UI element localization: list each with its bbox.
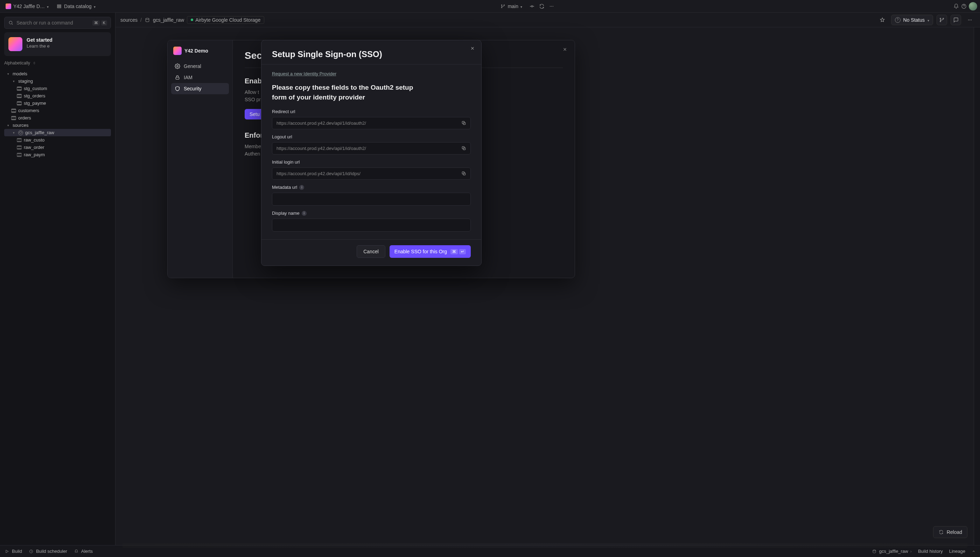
logo-icon [8,37,23,51]
branch-switcher[interactable]: main [497,2,525,10]
tree-item[interactable]: stg_orders [4,92,111,99]
asset-tree: models staging stg_custom stg_orders stg… [4,70,111,545]
close-icon[interactable] [561,45,569,54]
sso-dialog: Setup Single Sign-on (SSO) Request a new… [261,40,482,266]
bell-icon [73,549,79,554]
workspace-switcher[interactable]: Y42 Jaffle D… [3,2,52,10]
status-dot-icon [191,19,193,21]
search-kbd: ⌘K [92,20,107,26]
enable-sso-button[interactable]: Enable SSO for this Org ⌘↵ [389,245,471,258]
expand-icon[interactable] [972,549,976,554]
build-history-button[interactable]: Build history [918,549,943,554]
svg-point-9 [553,6,553,6]
svg-point-13 [940,18,941,19]
tree-item[interactable]: stg_custom [4,85,111,92]
get-started-card[interactable]: Get started Learn the e [4,32,111,56]
bottom-gcs-link[interactable]: gcs_jaffle_raw › [871,549,912,554]
refresh-icon [938,529,944,535]
source-icon [18,130,23,135]
breadcrumb-bar: sources / gcs_jaffle_raw Airbyte Google … [115,13,980,27]
tree-item[interactable]: stg_payme [4,99,111,107]
get-started-title: Get started [27,37,52,43]
reload-button[interactable]: Reload [933,526,967,538]
metadata-url-label: Metadata url i [272,185,471,190]
clock-icon [28,549,34,554]
settings-nav: Y42 Demo General IAM [168,40,233,278]
tree-folder-sources[interactable]: sources [4,122,111,129]
lineage-button[interactable]: Lineage [949,549,965,554]
copy-icon[interactable] [461,121,467,126]
svg-point-5 [504,5,505,5]
metadata-url-input[interactable] [272,193,471,206]
tree-folder-staging[interactable]: staging [4,77,111,85]
settings-nav-general[interactable]: General [171,60,229,72]
sort-toggle[interactable]: Alphabetically [4,60,111,67]
bell-icon[interactable] [953,3,959,9]
branch-action-icon[interactable] [936,15,947,25]
tree-item-gcs-jaffle-raw[interactable]: gcs_jaffle_raw [4,129,111,136]
svg-point-17 [970,19,970,20]
tree-item[interactable]: customers [4,107,111,114]
chevron-down-icon [521,3,522,9]
tree-item[interactable]: raw_order [4,143,111,151]
svg-point-14 [940,21,941,22]
source-icon [871,549,877,554]
sso-title: Setup Single Sign-on (SSO) [272,49,471,59]
tree-item[interactable]: orders [4,114,111,122]
sync-icon[interactable] [539,3,545,9]
status-dropdown[interactable]: ? No Status [891,15,933,25]
logout-url-label: Logout url [272,134,471,139]
copy-icon[interactable] [461,171,467,177]
chevron-down-icon [94,3,96,9]
commit-icon[interactable] [529,3,535,9]
catalog-switcher[interactable]: Data catalog [54,2,98,10]
logo-icon [6,3,11,9]
request-idp-link[interactable]: Request a new Identity Provider [272,71,336,77]
build-scheduler-button[interactable]: Build scheduler [28,549,67,554]
tree-item[interactable]: raw_custo [4,136,111,143]
lock-icon [175,75,180,80]
tree-item[interactable]: raw_paym [4,151,111,158]
settings-nav-security[interactable]: Security [171,83,229,94]
main-area: sources / gcs_jaffle_raw Airbyte Google … [115,13,980,545]
cancel-button[interactable]: Cancel [357,245,385,258]
breadcrumb-sep: / [140,17,142,23]
breadcrumb-gcs[interactable]: gcs_jaffle_raw [153,17,184,23]
svg-point-11 [9,21,12,24]
breadcrumb-sources[interactable]: sources [120,17,138,23]
right-rail[interactable] [974,27,980,545]
settings-org-header: Y42 Demo [171,45,229,60]
table-icon [11,116,16,120]
table-icon [17,153,22,157]
svg-point-6 [531,6,533,7]
initial-url-label: Initial login url [272,160,471,164]
copy-icon[interactable] [461,146,467,151]
workspace-name: Y42 Jaffle D… [13,3,45,9]
caret-down-icon [11,79,16,84]
search-input[interactable] [16,20,89,26]
comment-icon[interactable] [951,15,961,25]
alerts-button[interactable]: Alerts [73,549,93,554]
more-icon[interactable] [965,15,975,25]
settings-nav-iam[interactable]: IAM [171,72,229,83]
more-icon[interactable] [549,3,554,9]
table-icon [17,94,22,98]
logout-url-box: https://account.prod.y42.dev/api/1/id/oa… [272,142,471,155]
display-name-input[interactable] [272,218,471,231]
build-button[interactable]: Build [4,549,22,554]
info-icon[interactable]: i [302,211,307,216]
svg-point-3 [501,5,502,5]
tree-folder-models[interactable]: models [4,70,111,77]
shortcut-hint: ⌘↵ [451,249,466,254]
info-icon[interactable]: i [299,185,304,190]
svg-point-4 [501,7,502,8]
star-icon[interactable] [877,15,888,25]
command-search[interactable]: ⌘K [4,17,111,29]
avatar[interactable] [969,2,977,10]
close-icon[interactable] [469,44,476,52]
question-icon: ? [895,17,900,23]
branch-name: main [508,3,518,9]
caret-down-icon [11,130,16,135]
svg-point-28 [873,550,876,551]
help-icon[interactable] [961,3,967,9]
